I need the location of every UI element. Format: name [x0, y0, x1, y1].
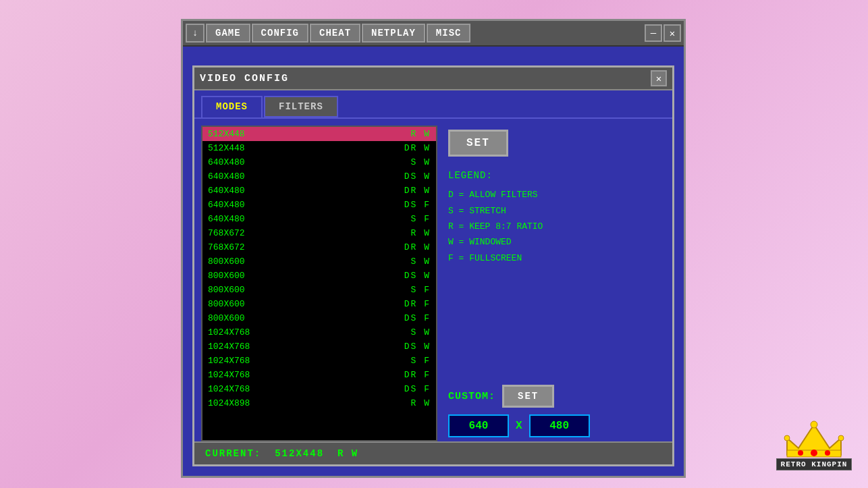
set-button[interactable]: SET: [448, 130, 508, 157]
custom-width-input[interactable]: [448, 414, 509, 437]
flags-label: DS W: [404, 171, 431, 182]
svg-point-5: [784, 435, 790, 441]
list-item[interactable]: 1024X768S W: [202, 325, 436, 340]
flags-label: R W: [411, 398, 431, 408]
list-item[interactable]: 640X480S W: [202, 155, 436, 169]
flags-label: R W: [411, 129, 431, 139]
svg-point-7: [838, 435, 844, 441]
dialog-close-button[interactable]: ✕: [651, 70, 667, 86]
current-resolution: 512X448: [275, 448, 324, 459]
legend-line-4: F = FULLSCREEN: [448, 250, 661, 266]
resolution-label: 512X448: [208, 129, 404, 139]
flags-label: S W: [411, 327, 431, 337]
resolution-label: 1024X768: [208, 327, 404, 337]
menu-bar: ↓ GAME CONFIG CHEAT NETPLAY MISC — ✕: [183, 21, 684, 47]
resolution-label: 800X600: [208, 256, 404, 267]
list-item[interactable]: 800X600DS W: [202, 269, 436, 283]
legend-line-2: R = KEEP 8:7 RATIO: [448, 219, 661, 234]
misc-menu-button[interactable]: MISC: [427, 24, 471, 43]
close-button[interactable]: ✕: [663, 24, 681, 42]
list-item[interactable]: 1024X768DS F: [202, 382, 436, 396]
resolution-label: 800X600: [208, 299, 398, 309]
custom-inputs: X: [448, 414, 661, 437]
list-item[interactable]: 800X600S W: [202, 254, 436, 269]
tab-filters[interactable]: FILTERS: [264, 96, 338, 117]
legend-line-1: S = STRETCH: [448, 203, 661, 219]
resolution-list[interactable]: 512X448R W512X448DR W640X480S W640X480DS…: [201, 126, 437, 441]
dialog-titlebar: VIDEO CONFIG ✕: [194, 67, 672, 90]
flags-label: S W: [411, 157, 431, 167]
resolution-label: 800X600: [208, 271, 398, 281]
legend-line-3: W = WINDOWED: [448, 234, 661, 250]
list-item[interactable]: 800X600DR F: [202, 297, 436, 311]
list-item[interactable]: 1024X768S F: [202, 354, 436, 368]
resolution-label: 640X480: [208, 200, 398, 210]
game-menu-button[interactable]: GAME: [206, 24, 250, 43]
svg-point-2: [811, 450, 817, 456]
flags-label: S F: [411, 285, 431, 295]
dialog-window: VIDEO CONFIG ✕ MODES FILTERS 512X448R W5…: [192, 65, 674, 466]
resolution-label: 1024X768: [208, 370, 398, 380]
list-item[interactable]: 640X480DR W: [202, 184, 436, 198]
tabs-container: MODES FILTERS: [194, 90, 672, 119]
list-item[interactable]: 800X600S F: [202, 283, 436, 297]
list-item[interactable]: 768X672DR W: [202, 240, 436, 254]
flags-label: DS F: [404, 384, 431, 394]
x-separator: X: [516, 420, 522, 432]
list-item[interactable]: 768X672R W: [202, 226, 436, 240]
list-item[interactable]: 1024X898R W: [202, 396, 436, 410]
custom-label: CUSTOM:: [448, 391, 495, 402]
list-item[interactable]: 640X480DS W: [202, 169, 436, 184]
flags-label: DR W: [404, 242, 431, 252]
list-item[interactable]: 512X448R W: [202, 127, 436, 141]
custom-header: CUSTOM: SET: [448, 385, 661, 408]
svg-point-6: [811, 421, 817, 428]
svg-point-4: [825, 450, 830, 456]
resolution-label: 800X600: [208, 285, 404, 295]
resolution-label: 768X672: [208, 242, 398, 252]
flags-label: DR W: [404, 186, 431, 196]
status-bar: CURRENT: 512X448 R W: [194, 441, 672, 464]
flags-label: DS F: [404, 313, 431, 323]
legend-line-0: D = ALLOW FILTERS: [448, 187, 661, 202]
list-item[interactable]: 1024X768DS W: [202, 340, 436, 354]
resolution-label: 768X672: [208, 228, 404, 238]
list-item[interactable]: 640X480DS F: [202, 198, 436, 212]
resolution-label: 1024X768: [208, 384, 398, 394]
flags-label: R W: [411, 228, 431, 238]
custom-section: CUSTOM: SET X: [448, 385, 661, 437]
flags-label: DR F: [404, 299, 431, 309]
list-item[interactable]: 512X448DR W: [202, 141, 436, 155]
list-item[interactable]: 1024X768DR F: [202, 368, 436, 382]
content-area: 512X448R W512X448DR W640X480S W640X480DS…: [194, 119, 672, 448]
window-controls: — ✕: [645, 24, 681, 42]
flags-label: S W: [411, 256, 431, 267]
current-flags: R W: [337, 448, 358, 459]
main-window: ↓ GAME CONFIG CHEAT NETPLAY MISC — ✕ VID…: [181, 19, 686, 478]
flags-label: DR W: [404, 143, 431, 153]
cheat-menu-button[interactable]: CHEAT: [310, 24, 360, 43]
flags-label: DS W: [404, 342, 431, 352]
resolution-label: 1024X768: [208, 356, 404, 366]
arrow-button[interactable]: ↓: [186, 24, 205, 43]
resolution-label: 512X448: [208, 143, 398, 153]
resolution-label: 640X480: [208, 186, 398, 196]
flags-label: DR F: [404, 370, 431, 380]
right-panel: SET LEGEND: D = ALLOW FILTERS S = STRETC…: [444, 126, 666, 441]
config-menu-button[interactable]: CONFIG: [252, 24, 308, 43]
resolution-label: 640X480: [208, 157, 404, 167]
custom-set-button[interactable]: SET: [502, 385, 554, 408]
crown-icon: [784, 418, 844, 458]
list-item[interactable]: 800X600DS F: [202, 311, 436, 325]
tab-modes[interactable]: MODES: [201, 96, 263, 117]
resolution-label: 800X600: [208, 313, 398, 323]
svg-point-3: [798, 450, 803, 456]
custom-height-input[interactable]: [529, 414, 590, 437]
resolution-label: 640X480: [208, 214, 404, 224]
flags-label: S F: [411, 356, 431, 366]
minimize-button[interactable]: —: [645, 24, 662, 42]
netplay-menu-button[interactable]: NETPLAY: [362, 24, 425, 43]
resolution-label: 640X480: [208, 171, 398, 182]
list-item[interactable]: 640X480S F: [202, 212, 436, 226]
flags-label: DS F: [404, 200, 431, 210]
